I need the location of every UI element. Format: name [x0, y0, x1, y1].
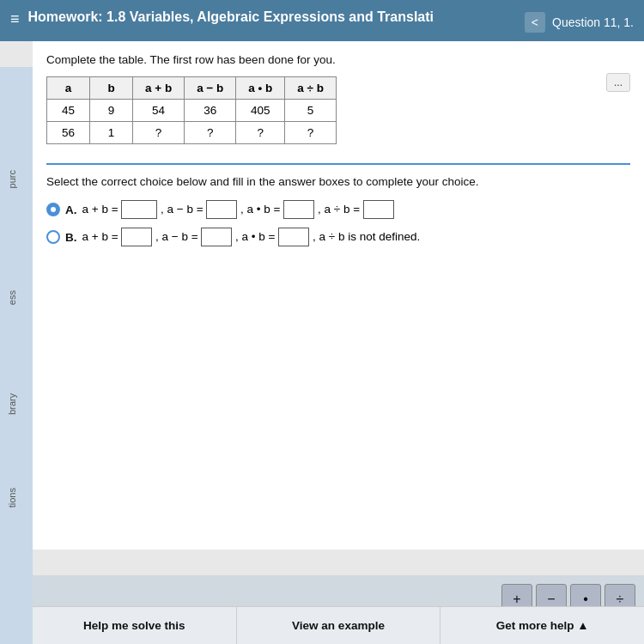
sidebar-label-library: brary: [7, 393, 17, 415]
left-sidebar: purc ess brary tions: [0, 67, 33, 644]
col-a: a: [47, 77, 90, 100]
radio-a[interactable]: [46, 203, 60, 216]
col-amb: a − b: [185, 77, 236, 100]
more-button[interactable]: ...: [606, 73, 630, 92]
example-button[interactable]: View an example: [237, 607, 441, 644]
nav-back-button[interactable]: <: [525, 12, 545, 33]
cell-atb2: ?: [236, 122, 285, 144]
cell-b1: 9: [90, 100, 133, 122]
hamburger-icon[interactable]: ≡: [10, 10, 20, 28]
option-a-text: a + b = , a − b = , a • b = , a ÷ b =: [82, 200, 394, 219]
header-right: < Question 11, 1.: [525, 12, 634, 33]
input-a-adb[interactable]: [363, 200, 394, 219]
table-row: 56 1 ? ? ? ?: [47, 122, 337, 144]
cell-b2: 1: [90, 122, 133, 144]
main-content: Complete the table. The first row has be…: [33, 41, 644, 550]
instruction-text: Complete the table. The first row has be…: [46, 53, 630, 66]
col-atb: a • b: [236, 77, 285, 100]
cell-a2: 56: [47, 122, 90, 144]
table-wrapper: ... a b a + b a − b a • b a ÷ b 45 9 54 …: [46, 76, 630, 156]
math-table: a b a + b a − b a • b a ÷ b 45 9 54 36 4…: [46, 76, 337, 144]
col-b: b: [90, 77, 133, 100]
col-adb: a ÷ b: [285, 77, 337, 100]
input-b-amb[interactable]: [201, 228, 232, 246]
header-left: ≡ Homework: 1.8 Variables, Algebraic Exp…: [10, 9, 434, 28]
header-title: Homework: 1.8 Variables, Algebraic Expre…: [28, 9, 434, 27]
cell-adb2: ?: [285, 122, 337, 144]
input-a-amb[interactable]: [206, 200, 237, 219]
question-info: Question 11, 1.: [552, 15, 634, 29]
cell-amb1: 36: [185, 100, 236, 122]
input-b-apb[interactable]: [121, 228, 152, 246]
help-button[interactable]: Help me solve this: [33, 607, 237, 644]
sidebar-label-ess: ess: [7, 290, 17, 305]
cell-amb2: ?: [185, 122, 236, 144]
cell-a1: 45: [47, 100, 90, 122]
option-b-row: B. a + b = , a − b = , a • b = , a ÷ b i…: [46, 228, 630, 246]
cell-apb1: 54: [133, 100, 185, 122]
table-header-row: a b a + b a − b a • b a ÷ b: [47, 77, 337, 100]
header: ≡ Homework: 1.8 Variables, Algebraic Exp…: [0, 0, 644, 41]
option-b-text: a + b = , a − b = , a • b = , a ÷ b is n…: [82, 228, 421, 246]
input-a-apb[interactable]: [121, 200, 157, 219]
cell-apb2: ?: [133, 122, 185, 144]
bottom-toolbar: + − • ÷ Help me solve this View an examp…: [0, 575, 644, 644]
bottom-actions: Help me solve this View an example Get m…: [33, 606, 644, 644]
option-a-row: A. a + b = , a − b = , a • b = , a ÷ b =: [46, 200, 630, 219]
table-row: 45 9 54 36 405 5: [47, 100, 337, 122]
select-instruction: Select the correct choice below and fill…: [46, 163, 630, 188]
option-b-label: B.: [65, 231, 77, 244]
sidebar-label-tions: tions: [7, 488, 17, 507]
input-b-atb[interactable]: [278, 228, 309, 246]
cell-adb1: 5: [285, 100, 337, 122]
cell-atb1: 405: [236, 100, 285, 122]
col-apb: a + b: [133, 77, 185, 100]
sidebar-label-purchase: purc: [7, 170, 17, 188]
radio-b[interactable]: [46, 230, 60, 244]
input-a-atb[interactable]: [283, 200, 314, 219]
more-help-button[interactable]: Get more help ▲: [440, 607, 644, 644]
option-a-label: A.: [65, 204, 77, 216]
